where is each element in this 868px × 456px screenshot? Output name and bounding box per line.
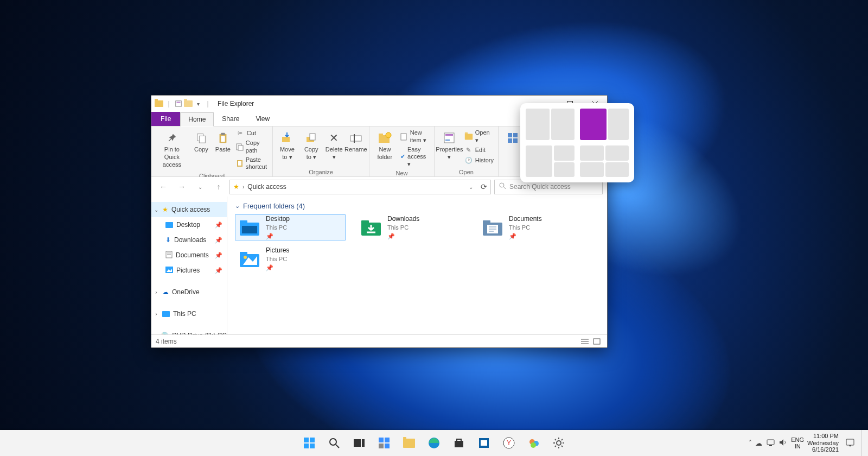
view-large-icons-button[interactable] [591,337,603,346]
svg-rect-45 [483,220,490,224]
paste-label: Paste [215,146,231,154]
address-bar[interactable]: ★ › Quick access ⌄ ⟳ [229,180,491,194]
properties-label: Properties ▾ [436,146,463,161]
tile-pictures[interactable]: Pictures This PC 📌 [235,246,346,272]
tile-desktop[interactable]: Desktop This PC 📌 [235,214,346,240]
moveto-label: Move to ▾ [278,146,296,161]
nav-quick-access[interactable]: ⌄ ★ Quick access [151,202,227,217]
app-icon [155,99,163,108]
move-to-button[interactable]: Move to ▾ [276,129,298,162]
qat-newfolder-icon[interactable] [184,99,193,108]
nav-onedrive[interactable]: › ☁ OneDrive [151,284,227,300]
svg-point-62 [330,439,336,445]
tab-view[interactable]: View [247,112,278,126]
taskbar-settings[interactable] [548,432,570,454]
open-button[interactable]: Open ▾ [463,129,495,145]
tile-sub: This PC [387,224,419,231]
explorer-icon [403,439,415,448]
edit-button[interactable]: ✎ Edit [463,145,495,155]
snap-layout-three-left[interactable] [526,145,575,177]
tile-documents[interactable]: Documents This PC 📌 [478,214,589,240]
status-bar: 4 items [151,334,607,347]
taskbar-edge[interactable] [423,432,445,454]
rename-icon [347,130,365,146]
tab-file[interactable]: File [151,112,180,126]
search-icon [499,182,506,191]
svg-rect-29 [508,138,512,143]
easy-access-button[interactable]: ✔ Easy access ▾ [399,145,431,169]
language-indicator[interactable]: ENG IN [791,436,804,449]
task-view-button[interactable] [348,432,370,454]
snap-layout-quad[interactable] [580,145,629,177]
taskbar-mail[interactable] [473,432,495,454]
paste-button[interactable]: Paste [213,129,233,155]
copy-icon [193,130,210,146]
show-desktop-button[interactable] [861,430,865,456]
taskbar-explorer[interactable] [398,432,420,454]
tab-home[interactable]: Home [180,112,214,126]
nav-desktop[interactable]: Desktop 📌 [151,217,227,232]
qat-customize-icon[interactable]: ▾ [194,99,202,108]
view-details-button[interactable] [579,337,591,346]
svg-line-85 [561,446,563,447]
taskbar[interactable]: Y ˄ ☁ ENG IN 11:00 PM Wednesday 6/16/202… [0,430,868,456]
snap-layout-two-column[interactable] [526,109,575,140]
back-button[interactable]: ← [156,180,171,194]
svg-line-63 [336,445,339,448]
qat-properties-icon[interactable] [174,99,183,108]
svg-rect-66 [379,438,384,442]
window-title: File Explorer [218,100,254,107]
paste-shortcut-button[interactable]: Paste shortcut [235,156,269,172]
clock[interactable]: 11:00 PM Wednesday 6/16/2021 [807,433,839,453]
address-dropdown-button[interactable]: ⌄ [469,184,473,190]
volume-tray-icon[interactable] [779,439,788,448]
copy-path-button[interactable]: Copy path [235,139,269,155]
pin-quick-access-button[interactable]: Pin to Quick access [155,129,189,169]
refresh-button[interactable]: ⟳ [481,182,487,191]
start-button[interactable] [298,432,320,454]
up-button[interactable]: ↑ [211,180,226,194]
copy-button[interactable]: Copy [192,129,211,155]
widgets-button[interactable] [373,432,395,454]
crumb-chevron-icon: › [242,184,244,190]
action-center-button[interactable] [842,432,858,454]
delete-button[interactable]: ✕ Delete ▾ [324,129,344,162]
qat-separator: | [203,99,212,108]
history-button[interactable]: 🕑 History [463,156,495,166]
new-item-button[interactable]: New item ▾ [399,129,431,145]
tab-share[interactable]: Share [214,112,247,126]
nav-pictures[interactable]: Pictures 📌 [151,263,227,278]
nav-documents[interactable]: Documents 📌 [151,248,227,263]
cut-button[interactable]: ✂ Cut [235,129,269,138]
forward-button[interactable]: → [174,180,189,194]
taskbar-app-1[interactable]: Y [498,432,520,454]
svg-rect-9 [221,133,225,135]
new-folder-button[interactable]: New folder [373,129,397,162]
nav-downloads[interactable]: ⬇Downloads 📌 [151,232,227,248]
rename-label: Rename [344,146,367,154]
recent-locations-button[interactable]: ⌄ [193,180,208,194]
tile-downloads[interactable]: Downloads This PC 📌 [356,214,467,240]
cut-icon: ✂ [236,129,245,138]
navigation-pane[interactable]: ⌄ ★ Quick access Desktop 📌 ⬇Downloads 📌 … [151,197,227,334]
snap-layout-two-column-wide[interactable] [580,109,629,140]
group-header[interactable]: ⌄ Frequent folders (4) [235,202,599,210]
thispc-icon [162,311,170,317]
copy-to-button[interactable]: Copy to ▾ [301,129,322,162]
content-pane[interactable]: ⌄ Frequent folders (4) Desktop This PC 📌 [227,197,607,334]
svg-line-84 [555,439,556,440]
breadcrumb[interactable]: Quick access [247,183,286,191]
search-button[interactable] [323,432,345,454]
rename-button[interactable]: Rename [346,129,366,155]
svg-point-79 [557,441,561,445]
onedrive-tray-icon[interactable]: ☁ [755,439,762,447]
properties-button[interactable]: Properties ▾ [438,129,461,162]
taskbar-app-2[interactable] [523,432,545,454]
nav-this-pc[interactable]: › This PC [151,306,227,321]
tray-chevron-icon[interactable]: ˄ [749,439,752,447]
svg-rect-23 [401,134,406,140]
history-label: History [475,157,494,164]
network-tray-icon[interactable] [767,439,775,448]
nav-dvd-drive[interactable]: › 💿 DVD Drive (D:) CC [151,328,227,334]
taskbar-store[interactable] [448,432,470,454]
